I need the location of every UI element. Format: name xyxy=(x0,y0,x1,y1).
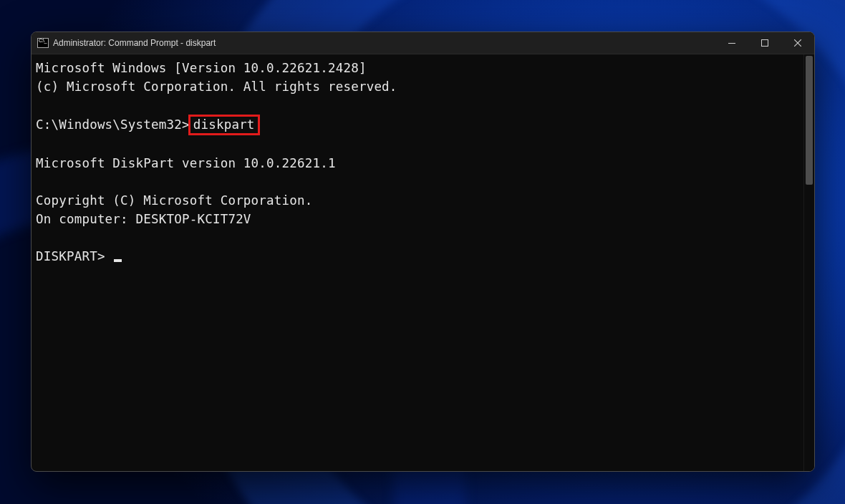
terminal-area: Microsoft Windows [Version 10.0.22621.24… xyxy=(32,54,814,471)
highlighted-command: diskpart xyxy=(188,115,260,135)
vertical-scrollbar[interactable] xyxy=(803,54,814,471)
titlebar-left: Administrator: Command Prompt - diskpart xyxy=(37,38,216,48)
output-line: (c) Microsoft Corporation. All rights re… xyxy=(36,79,397,94)
prompt-path: C:\Windows\System32> xyxy=(36,117,190,132)
cmd-icon xyxy=(37,38,49,48)
diskpart-prompt: DISKPART> xyxy=(36,249,112,263)
cursor xyxy=(114,259,122,262)
close-button[interactable] xyxy=(781,32,814,54)
output-line: Microsoft DiskPart version 10.0.22621.1 xyxy=(36,156,336,170)
output-line: On computer: DESKTOP-KCIT72V xyxy=(36,212,251,226)
window-title: Administrator: Command Prompt - diskpart xyxy=(53,38,216,48)
svg-rect-1 xyxy=(762,40,768,47)
maximize-button[interactable] xyxy=(748,32,781,54)
window-controls xyxy=(715,32,814,54)
svg-rect-0 xyxy=(728,43,735,44)
output-line: Copyright (C) Microsoft Corporation. xyxy=(36,193,313,208)
command-prompt-window: Administrator: Command Prompt - diskpart… xyxy=(31,32,815,472)
minimize-button[interactable] xyxy=(715,32,748,54)
terminal-output[interactable]: Microsoft Windows [Version 10.0.22621.24… xyxy=(32,54,803,471)
scrollbar-thumb[interactable] xyxy=(806,56,813,185)
titlebar[interactable]: Administrator: Command Prompt - diskpart xyxy=(32,32,814,54)
output-line: Microsoft Windows [Version 10.0.22621.24… xyxy=(36,61,367,75)
